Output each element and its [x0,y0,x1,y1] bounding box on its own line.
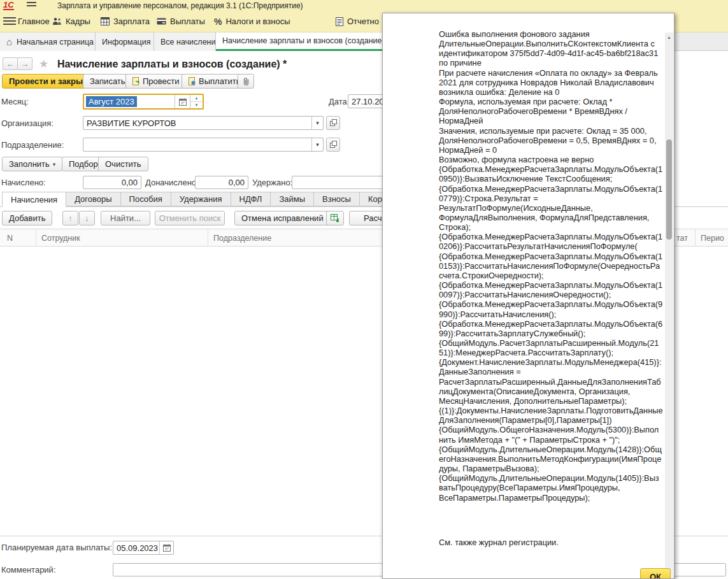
tab-home[interactable]: ⌂ Начальная страница [0,32,96,51]
planned-pay-date-input[interactable]: 05.09.2023 [113,541,174,555]
open-form-icon [329,141,337,148]
planned-pay-date-value: 05.09.2023 [113,543,159,553]
paperclip-icon [242,77,250,86]
month-label: Месяц: [1,97,29,106]
menu-item-payments[interactable]: Выплаты [157,11,205,32]
hamburger-icon [3,17,16,25]
post-icon [132,77,139,85]
department-open-button[interactable] [326,138,340,152]
organization-open-button[interactable] [326,116,340,130]
chevron-down-icon: ▾ [316,120,319,126]
calendar-icon [163,544,171,552]
post-button[interactable]: Провести [125,74,187,89]
menu-item-salary[interactable]: Зарплата [101,11,150,32]
registration-log-note: См. также журнал регистрации. [439,538,559,547]
extra-accrued-label: Доначислено: [145,178,199,187]
accrued-value: 0,00 [118,178,141,187]
organization-value: РАЗВИТИЕ КУРОРТОВ [83,118,311,128]
report-icon [336,17,343,26]
organization-input[interactable]: РАЗВИТИЕ КУРОРТОВ ▾ [83,116,324,130]
card-icon [157,18,166,25]
people-icon [52,17,62,25]
favorite-star-icon[interactable]: ★ [39,57,48,71]
onec-logo: 1С [3,1,14,10]
tab-all-accruals[interactable]: Все начисления × [154,32,216,51]
fill-button-label: Заполнить [9,159,50,169]
menu-item-label: Главное [18,17,50,26]
department-label: Подразделение: [1,140,64,150]
add-row-button[interactable]: Добавить [2,211,52,225]
home-icon: ⌂ [6,36,12,47]
move-down-button[interactable]: ↓ [79,211,95,225]
sheet-tab-accruals[interactable]: Начисления [2,192,66,207]
calendar-icon [179,98,187,106]
forward-button[interactable]: → [17,57,32,70]
pay-button-label: Выплатить [199,76,241,86]
accrued-input[interactable]: 0,00 [83,176,141,189]
move-up-button[interactable]: ↑ [62,211,78,225]
tab-label: Начальная страница [17,38,94,46]
menu-item-label: Кадры [66,17,90,26]
menu-item-label: Налоги и взносы [225,17,290,26]
window-title: Зарплата и управление персоналом, редакц… [57,1,303,10]
comment-label: Комментарий: [1,565,56,575]
app-window: 1С Зарплата и управление персоналом, ред… [0,0,728,579]
menu-item-label: Зарплата [113,17,150,26]
spin-up-icon[interactable]: ▴ [190,95,203,102]
extra-accrued-input[interactable]: 0,00 [195,176,248,189]
department-input[interactable]: ▾ [83,138,324,152]
app-titlebar: 1С Зарплата и управление персоналом, ред… [0,0,728,11]
fill-button[interactable]: Заполнить ▾ [2,157,62,171]
sheet-tab-ndfl[interactable]: НДФЛ [231,192,271,206]
organization-label: Организация: [1,118,54,128]
scroll-up-icon: ▲ [667,35,671,39]
date-label: Дата: [329,97,349,106]
month-value: Август 2023 [84,95,175,108]
organization-dropdown-button[interactable]: ▾ [311,117,323,129]
column-header-fragment-period: Перио [696,229,728,247]
back-arrow-icon: ← [6,59,15,69]
sections-menu-button[interactable] [3,11,16,32]
back-button[interactable]: ← [3,57,18,70]
month-spinner: ▴ ▾ [190,95,203,108]
window-menu-icon[interactable] [27,2,36,8]
sheet-tab-loans[interactable]: Займы [271,192,314,206]
scrollbar-thumb[interactable] [666,139,672,239]
column-header-n: N [2,229,36,247]
find-button[interactable]: Найти... [101,211,150,225]
insert-rows-button[interactable] [326,211,344,225]
error-message-text: Ошибка выполнения фонового задания Длите… [439,29,663,534]
percent-icon: % [214,17,222,27]
menu-item-hr[interactable]: Кадры [52,11,90,32]
menu-item-taxes[interactable]: % Налоги и взносы [214,11,290,32]
department-dropdown-button[interactable]: ▾ [311,138,323,151]
menu-item-main[interactable]: Главное [18,11,50,32]
planned-pay-date-calendar-button[interactable] [159,541,173,554]
sheet-tab-deductions[interactable]: Удержания [171,192,231,206]
month-input[interactable]: Август 2023 ▴ ▾ [83,94,204,110]
dialog-scrollbar[interactable]: ▲ [665,32,673,579]
error-dialog: Ошибка выполнения фонового задания Длите… [382,13,674,579]
column-header-fragment-result: тат [671,229,696,247]
withheld-label: Удержано: [252,178,292,187]
ok-button[interactable]: ОК [640,568,671,579]
tab-information[interactable]: Информация × [96,32,154,51]
open-form-icon [329,119,337,127]
clear-button[interactable]: Очистить [98,157,148,171]
page-title: Начисление зарплаты и взносов (создание)… [57,59,287,70]
sheet-tab-benefits[interactable]: Пособия [121,192,171,206]
spin-down-icon[interactable]: ▾ [190,102,203,108]
save-button[interactable]: Записать [83,74,132,89]
attachments-button[interactable] [238,74,254,89]
tab-label: Начисление зарплаты и взносов (создание)… [222,36,390,45]
sheet-tab-contributions[interactable]: Взносы [314,192,360,206]
scroll-up-button[interactable]: ▲ [665,32,673,41]
undo-corrections-button[interactable]: Отмена исправлений ▾ [234,211,336,225]
month-calendar-button[interactable] [175,95,190,108]
sheet-tab-contracts[interactable]: Договоры [66,192,120,206]
menu-item-reporting[interactable]: Отчетно [336,11,379,32]
column-header-employee: Сотрудник [36,229,208,247]
date-value: 27.10.20 [348,97,387,106]
forward-arrow-icon: → [21,59,29,69]
cancel-search-button[interactable]: Отменить поиск [155,211,225,225]
